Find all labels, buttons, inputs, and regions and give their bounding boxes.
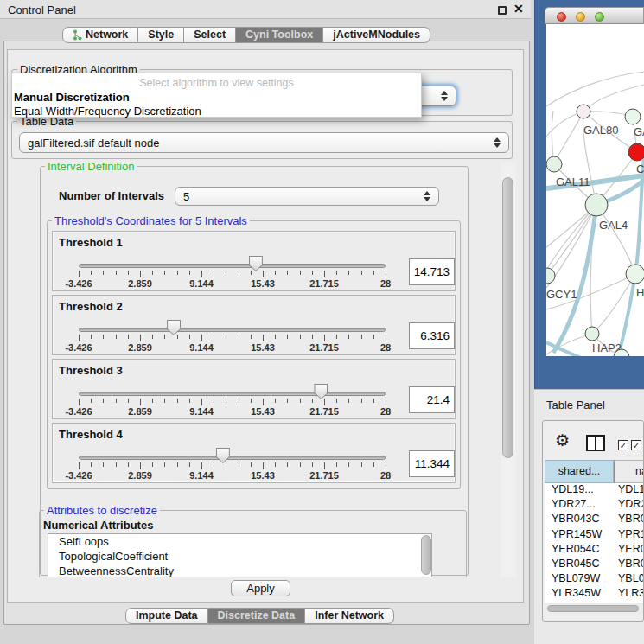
panel-title: Control Panel: [8, 3, 76, 16]
network-node[interactable]: [585, 194, 608, 216]
table-row[interactable]: YPR145WYPR1: [545, 528, 643, 543]
gear-icon[interactable]: ⚙: [555, 432, 570, 449]
menu-item-manual-discretization[interactable]: Manual Discretization: [14, 91, 130, 104]
numerical-attributes-list[interactable]: SelfLoopsTopologicalCoefficientBetweenne…: [48, 533, 432, 577]
tab-discretize-data[interactable]: Discretize Data: [208, 608, 306, 624]
num-intervals-combo[interactable]: 5: [175, 187, 439, 206]
scale-label: 21.715: [309, 406, 339, 417]
scale-label: 9.144: [189, 342, 214, 353]
network-edge-highlighted: [546, 342, 590, 356]
node-label: GAL4: [599, 219, 628, 232]
table-data-combo[interactable]: galFiltered.sif default node: [19, 132, 509, 153]
threshold-value-field[interactable]: 6.316: [409, 322, 455, 349]
slider-scale-labels: -3.4262.8599.14415.4321.71528: [79, 406, 386, 417]
control-panel-tabs: Network Style Select Cyni Toolbox jActiv…: [62, 27, 430, 43]
tab-impute-data[interactable]: Impute Data: [125, 608, 208, 624]
apply-button[interactable]: Apply: [231, 580, 290, 596]
network-node[interactable]: [626, 265, 644, 284]
attribute-item[interactable]: TopologicalCoefficient: [48, 549, 431, 564]
table-row[interactable]: YLR345WYLR3: [545, 587, 643, 602]
menu-item-equal-width-frequency[interactable]: Equal Width/Frequency Discretization: [14, 105, 201, 118]
zoom-traffic-light[interactable]: [595, 12, 604, 22]
checkbox-icon[interactable]: ✓: [618, 440, 628, 450]
slider-thumb[interactable]: [249, 256, 263, 271]
tab-cyni-toolbox[interactable]: Cyni Toolbox: [236, 27, 323, 43]
threshold-panel: Threshold 4 -3.4262.8599.14415.4321.7152…: [52, 423, 456, 483]
node-label: C: [636, 163, 644, 175]
node-label: GA: [634, 125, 644, 138]
slider-scale-labels: -3.4262.8599.14415.4321.71528: [79, 342, 386, 353]
network-canvas[interactable]: GAL80GACGAL11GAL4GCY1HHAP2: [546, 24, 644, 356]
threshold-slider[interactable]: [79, 328, 386, 332]
network-node[interactable]: [585, 327, 599, 341]
slider-scale-labels: -3.4262.8599.14415.4321.71528: [79, 278, 386, 289]
table-row[interactable]: YBR045CYBR0: [545, 558, 643, 572]
network-edge: [583, 85, 644, 112]
panel-scrollbar-thumb[interactable]: [502, 177, 513, 458]
tab-select[interactable]: Select: [184, 27, 236, 43]
scale-label: 2.859: [128, 470, 152, 481]
close-traffic-light[interactable]: [557, 12, 566, 22]
split-columns-icon[interactable]: [586, 435, 605, 451]
threshold-value-field[interactable]: 14.713: [409, 258, 455, 285]
column-header-shared-name[interactable]: shared...: [545, 460, 614, 483]
threshold-value-field[interactable]: 11.344: [409, 450, 455, 477]
node-label: H: [636, 286, 644, 299]
algorithm-placeholder: Select algorithm to view settings: [12, 77, 421, 89]
column-header-name[interactable]: na: [614, 460, 644, 483]
table-header-row: shared... na: [545, 460, 644, 483]
float-window-icon[interactable]: [498, 6, 507, 15]
list-scrollbar-thumb[interactable]: [421, 535, 431, 575]
threshold-slider[interactable]: [79, 264, 386, 268]
hscrollbar-thumb[interactable]: [547, 605, 639, 612]
scale-label: 2.859: [128, 406, 152, 417]
tab-network[interactable]: Network: [62, 27, 138, 43]
threshold-slider[interactable]: [79, 392, 386, 396]
cyni-mode-tabs: Impute Data Discretize Data Infer Networ…: [125, 608, 394, 624]
tab-infer-network[interactable]: Infer Network: [305, 608, 394, 624]
network-node[interactable]: [546, 156, 562, 172]
scale-label: 9.144: [189, 406, 214, 417]
table-row[interactable]: YIL052CYIL0: [545, 603, 643, 603]
network-node[interactable]: [628, 143, 644, 161]
num-intervals-label: Number of Intervals: [59, 189, 164, 202]
scale-label: 9.144: [189, 470, 214, 481]
node-table: ⚙ ✓ ✓ shared... na YDL19...YDL1YDR27...Y…: [542, 420, 644, 622]
combo-arrows-icon: [441, 91, 448, 101]
network-node[interactable]: [577, 105, 590, 118]
slider-thumb[interactable]: [216, 448, 230, 463]
close-icon[interactable]: ✕: [513, 2, 524, 16]
node-label: GAL80: [583, 124, 618, 137]
minimize-traffic-light[interactable]: [576, 12, 585, 22]
table-row[interactable]: YER054CYER0: [545, 543, 643, 558]
checkbox-icon[interactable]: ✓: [631, 440, 641, 450]
node-label: GAL11: [556, 175, 590, 188]
scale-label: -3.426: [65, 342, 92, 353]
slider-thumb[interactable]: [167, 320, 181, 335]
network-node[interactable]: [625, 109, 641, 124]
control-panel-titlebar: Control Panel ✕: [0, 0, 531, 19]
table-panel-title: Table Panel: [546, 399, 605, 411]
threshold-value-field[interactable]: 21.4: [409, 386, 455, 413]
attribute-item[interactable]: SelfLoops: [48, 534, 431, 549]
interval-definition-title: Interval Definition: [45, 162, 137, 173]
slider-scale-labels: -3.4262.8599.14415.4321.71528: [79, 470, 386, 481]
slider-thumb[interactable]: [314, 384, 328, 399]
numerical-attributes-label: Numerical Attributes: [43, 519, 153, 532]
table-hscrollbar[interactable]: [545, 603, 643, 614]
network-edge: [596, 205, 635, 274]
table-row[interactable]: YBL079WYBL0: [545, 572, 643, 587]
scale-label: 2.859: [128, 342, 152, 353]
network-node[interactable]: [546, 268, 555, 284]
scale-label: 28: [380, 342, 391, 353]
tab-jactivemnodules[interactable]: jActiveMNodules: [323, 27, 430, 43]
table-row[interactable]: YDR27...YDR2: [545, 498, 643, 513]
network-edge: [554, 112, 583, 164]
table-row[interactable]: YBR043CYBR0: [545, 513, 643, 527]
table-rows[interactable]: YDL19...YDL1YDR27...YDR2YBR043CYBR0YPR14…: [545, 483, 643, 603]
attribute-item[interactable]: BetweennessCentrality: [48, 564, 431, 577]
tab-style[interactable]: Style: [138, 27, 184, 43]
threshold-slider[interactable]: [79, 456, 386, 460]
scale-label: -3.426: [65, 406, 92, 417]
table-row[interactable]: YDL19...YDL1: [545, 483, 643, 498]
